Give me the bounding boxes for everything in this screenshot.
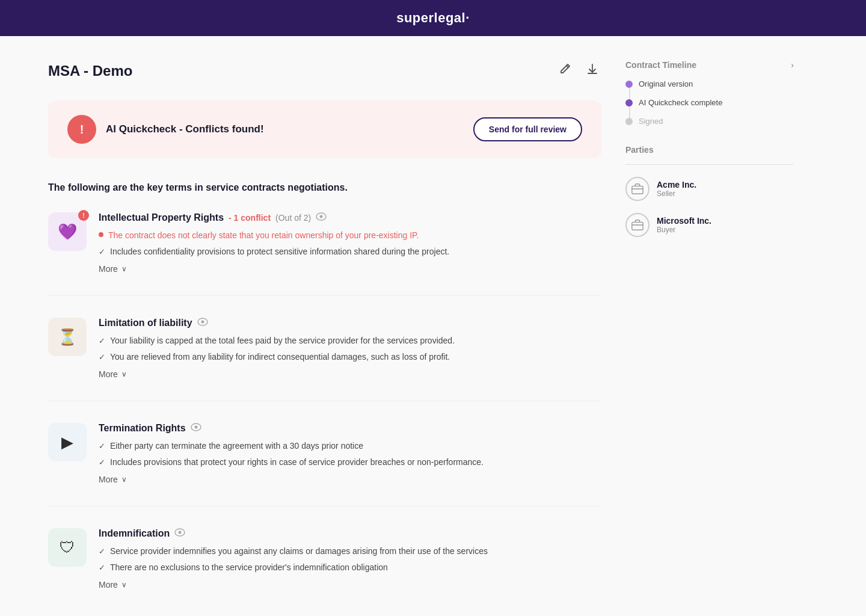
bullet-text: Either party can terminate the agreement… (110, 440, 363, 452)
term-icon-wrap-ip-rights: 💜! (48, 212, 87, 251)
timeline-dot (625, 81, 633, 88)
download-button[interactable] (583, 60, 601, 81)
chevron-down-icon: ∨ (121, 581, 127, 589)
party-icon (625, 177, 650, 201)
term-icon-indemnification: 🛡 (60, 538, 75, 557)
eye-icon-termination[interactable] (191, 423, 201, 434)
term-title-row-termination: Termination Rights (99, 423, 601, 434)
app-header: superlegal· (0, 0, 866, 36)
more-label: More (99, 369, 118, 379)
send-for-full-review-button[interactable]: Send for full review (473, 117, 582, 141)
parties-list: Acme Inc.SellerMicrosoft Inc.Buyer (625, 177, 794, 237)
term-item-liability: ⏳Limitation of liability✓Your liability … (48, 318, 601, 379)
timeline-label: Signed (639, 117, 663, 126)
svg-point-7 (179, 531, 182, 534)
term-icon-ip-rights: 💜 (58, 223, 77, 241)
section-heading: The following are the key terms in servi… (48, 182, 601, 193)
conflict-dot-icon (99, 232, 103, 237)
checkmark-icon: ✓ (99, 246, 105, 258)
term-bullet: ✓Includes provisions that protect your r… (99, 456, 601, 469)
term-item-termination: ▶Termination Rights✓Either party can ter… (48, 423, 601, 484)
checkmark-icon: ✓ (99, 440, 105, 452)
term-divider (48, 506, 601, 507)
chevron-down-icon: ∨ (121, 370, 127, 378)
bullet-text: Includes provisions that protect your ri… (110, 456, 484, 469)
checkmark-icon: ✓ (99, 457, 105, 469)
term-divider (48, 401, 601, 401)
more-button-ip-rights[interactable]: More∨ (99, 264, 127, 274)
term-title-liability: Limitation of liability (99, 318, 192, 328)
bullet-text: The contract does not clearly state that… (108, 229, 419, 242)
sidebar: Contract Timeline › Original versionAI Q… (625, 60, 794, 611)
more-button-liability[interactable]: More∨ (99, 369, 127, 379)
terms-container: 💜!Intellectual Property Rights - 1 confl… (48, 212, 601, 590)
term-bullet: ✓Either party can terminate the agreemen… (99, 440, 601, 452)
term-content-liability: Limitation of liability✓Your liability i… (99, 318, 601, 379)
party-name: Acme Inc. (657, 180, 696, 189)
page-title: MSA - Demo (48, 63, 132, 79)
svg-point-5 (194, 426, 197, 429)
alert-banner: ! AI Quickcheck - Conflicts found! Send … (48, 100, 601, 158)
term-bullet: The contract does not clearly state that… (99, 229, 601, 242)
party-icon (625, 213, 650, 237)
title-actions (556, 60, 601, 81)
party-name: Microsoft Inc. (657, 216, 711, 226)
term-icon-termination: ▶ (61, 433, 73, 452)
term-icon-wrap-indemnification: 🛡 (48, 528, 87, 567)
term-bullet: ✓There are no exclusions to the service … (99, 561, 601, 574)
term-title-termination: Termination Rights (99, 423, 186, 434)
party-info: Microsoft Inc.Buyer (657, 216, 711, 234)
app-logo: superlegal· (396, 10, 470, 26)
timeline-dot (625, 99, 633, 106)
eye-icon-indemnification[interactable] (174, 528, 185, 539)
bullet-text: Service provider indemnifies you against… (110, 545, 488, 558)
timeline-label: Original version (639, 79, 693, 88)
term-item-indemnification: 🛡Indemnification✓Service provider indemn… (48, 528, 601, 590)
term-content-ip-rights: Intellectual Property Rights - 1 conflic… (99, 212, 601, 274)
checkmark-icon: ✓ (99, 351, 105, 363)
svg-point-1 (320, 215, 323, 218)
term-content-termination: Termination Rights✓Either party can term… (99, 423, 601, 484)
timeline-item: Original version (637, 79, 794, 88)
content-area: MSA - Demo (48, 60, 601, 611)
svg-rect-8 (632, 186, 643, 194)
timeline-label: AI Quickcheck complete (639, 98, 722, 107)
term-icon-liability: ⏳ (58, 328, 77, 346)
edit-icon (558, 65, 571, 78)
term-title-row-ip-rights: Intellectual Property Rights - 1 conflic… (99, 212, 601, 223)
term-content-indemnification: Indemnification✓Service provider indemni… (99, 528, 601, 590)
party-info: Acme Inc.Seller (657, 180, 696, 198)
more-button-termination[interactable]: More∨ (99, 475, 127, 484)
term-title-indemnification: Indemnification (99, 528, 170, 539)
parties-section: Parties Acme Inc.SellerMicrosoft Inc.Buy… (625, 145, 794, 237)
more-label: More (99, 580, 118, 590)
svg-point-3 (201, 321, 204, 324)
conflict-badge-ip-rights: ! (78, 210, 89, 221)
eye-icon-liability[interactable] (197, 318, 208, 328)
timeline-title-row: Contract Timeline › (625, 60, 794, 70)
out-of-label-ip-rights: (Out of 2) (275, 213, 311, 223)
download-icon (586, 65, 599, 78)
edit-button[interactable] (556, 60, 574, 81)
bullet-text: Your liability is capped at the total fe… (110, 334, 455, 347)
more-label: More (99, 475, 118, 484)
timeline-item: Signed (637, 117, 794, 126)
parties-title-row: Parties (625, 145, 794, 155)
party-role: Buyer (657, 226, 711, 234)
timeline-dot (625, 118, 633, 125)
term-title-ip-rights: Intellectual Property Rights (99, 212, 224, 223)
term-bullet: ✓You are relieved from any liability for… (99, 351, 601, 363)
conflict-label-ip-rights: - 1 conflict (229, 213, 271, 223)
party-role: Seller (657, 189, 696, 198)
more-label: More (99, 264, 118, 274)
more-button-indemnification[interactable]: More∨ (99, 580, 127, 590)
party-item: Acme Inc.Seller (625, 177, 794, 201)
term-divider (48, 295, 601, 296)
alert-text: AI Quickcheck - Conflicts found! (106, 123, 264, 135)
eye-icon-ip-rights[interactable] (316, 212, 327, 223)
term-bullet: ✓Includes confidentiality provisions to … (99, 245, 601, 258)
party-item: Microsoft Inc.Buyer (625, 213, 794, 237)
alert-icon: ! (67, 115, 96, 144)
timeline-expand-icon[interactable]: › (791, 60, 794, 70)
term-item-ip-rights: 💜!Intellectual Property Rights - 1 confl… (48, 212, 601, 274)
